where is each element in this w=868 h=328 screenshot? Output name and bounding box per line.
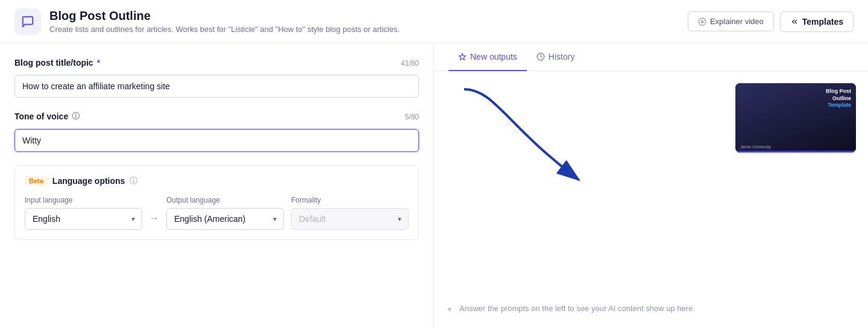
templates-button[interactable]: Templates xyxy=(780,11,854,32)
left-panel: Blog post title/topic * 41/80 Tone of vo… xyxy=(0,43,434,328)
tone-field-label: Tone of voice ⓘ xyxy=(14,111,80,122)
page-title: Blog Post Outline xyxy=(49,9,688,23)
title-field-label: Blog post title/topic * xyxy=(14,58,100,68)
output-lang-wrapper: English (American) English (British) Spa… xyxy=(166,208,284,230)
right-panel: New outputs History xyxy=(434,43,868,328)
output-language-field: Output language English (American) Engli… xyxy=(166,196,284,230)
video-title-overlay: Blog Post Outline Template xyxy=(826,88,851,109)
title-counter: 41/80 xyxy=(401,59,419,68)
video-thumbnail[interactable]: Blog Post Outline Template Jarvis Univer… xyxy=(735,83,856,153)
title-field-group: Blog post title/topic * 41/80 xyxy=(14,58,419,98)
app-icon xyxy=(14,8,41,35)
output-language-select[interactable]: English (American) English (British) Spa… xyxy=(166,208,284,230)
input-lang-label: Input language xyxy=(25,196,142,204)
language-info-icon[interactable]: ⓘ xyxy=(130,175,137,186)
templates-label: Templates xyxy=(802,17,843,27)
formality-label: Formality xyxy=(291,196,409,204)
svg-marker-1 xyxy=(702,20,704,23)
formality-field: Formality Default Formal Informal ▼ xyxy=(291,196,409,230)
right-content-area: Blog Post Outline Template Jarvis Univer… xyxy=(434,71,868,328)
tab-history[interactable]: History xyxy=(527,43,585,71)
input-language-field: Input language English Spanish French Ge… xyxy=(25,196,142,230)
page-subtitle: Create lists and outlines for articles. … xyxy=(49,25,688,34)
arrow-indicator xyxy=(446,77,603,198)
tone-field-header: Tone of voice ⓘ 5/80 xyxy=(14,111,419,125)
output-lang-label: Output language xyxy=(166,196,284,204)
tone-field-group: Tone of voice ⓘ 5/80 xyxy=(14,111,419,152)
tone-info-icon[interactable]: ⓘ xyxy=(72,111,80,122)
answer-prompt: ✦ Answer the prompts on the left to see … xyxy=(446,303,856,316)
clock-icon xyxy=(536,52,545,61)
header-actions: Explainer video Templates xyxy=(688,11,854,32)
chevrons-left-icon xyxy=(790,17,799,26)
title-input[interactable] xyxy=(14,75,419,98)
explainer-video-button[interactable]: Explainer video xyxy=(688,11,774,31)
tone-counter: 5/80 xyxy=(405,113,419,121)
app-header: Blog Post Outline Create lists and outli… xyxy=(0,0,868,43)
explainer-video-label: Explainer video xyxy=(710,17,764,26)
play-circle-icon xyxy=(698,17,706,26)
prompt-text: Answer the prompts on the left to see yo… xyxy=(459,303,695,315)
arrow-right-icon: → xyxy=(149,213,159,224)
header-text: Blog Post Outline Create lists and outli… xyxy=(49,9,688,34)
required-indicator: * xyxy=(97,58,100,68)
formality-wrapper: Default Formal Informal ▼ xyxy=(291,208,409,230)
input-language-select[interactable]: English Spanish French German xyxy=(25,208,142,230)
beta-badge: Beta xyxy=(25,176,48,186)
language-section: Beta Language options ⓘ Input language E… xyxy=(14,165,419,240)
output-tabs: New outputs History xyxy=(434,43,868,71)
title-field-header: Blog post title/topic * 41/80 xyxy=(14,58,419,71)
language-options-title: Language options xyxy=(52,176,125,186)
sparkle-icon xyxy=(458,52,467,61)
main-layout: Blog post title/topic * 41/80 Tone of vo… xyxy=(0,43,868,328)
tone-input[interactable] xyxy=(14,129,419,152)
video-progress-bar xyxy=(735,151,856,153)
formality-select[interactable]: Default Formal Informal xyxy=(291,208,409,230)
video-thumb-inner: Blog Post Outline Template Jarvis Univer… xyxy=(735,83,856,153)
language-header: Beta Language options ⓘ xyxy=(25,175,409,186)
tab-new-outputs[interactable]: New outputs xyxy=(448,43,527,71)
svg-point-0 xyxy=(699,18,706,25)
new-outputs-label: New outputs xyxy=(470,52,517,62)
jarvis-label: Jarvis University xyxy=(740,145,771,149)
input-lang-wrapper: English Spanish French German ▼ xyxy=(25,208,142,230)
language-row: Input language English Spanish French Ge… xyxy=(25,196,409,230)
history-label: History xyxy=(549,52,575,62)
prompt-sparkle-icon: ✦ xyxy=(446,303,453,316)
